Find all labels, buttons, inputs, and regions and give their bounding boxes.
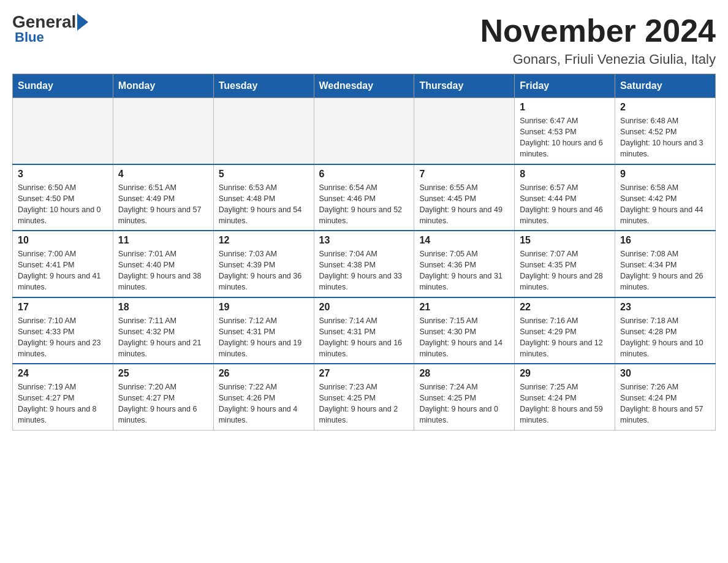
calendar-day-cell: 26Sunrise: 7:22 AMSunset: 4:26 PMDayligh…	[213, 364, 314, 430]
calendar-day-cell: 22Sunrise: 7:16 AMSunset: 4:29 PMDayligh…	[515, 297, 615, 364]
logo: General Blue	[12, 12, 88, 45]
day-number: 20	[319, 302, 409, 313]
calendar-day-cell: 18Sunrise: 7:11 AMSunset: 4:32 PMDayligh…	[113, 297, 213, 364]
day-info: Sunrise: 7:03 AMSunset: 4:39 PMDaylight:…	[219, 248, 309, 293]
weekday-header-wednesday: Wednesday	[314, 74, 414, 98]
day-info: Sunrise: 7:14 AMSunset: 4:31 PMDaylight:…	[319, 315, 409, 360]
day-number: 28	[419, 368, 509, 379]
calendar-table: SundayMondayTuesdayWednesdayThursdayFrid…	[12, 74, 716, 431]
day-number: 22	[520, 302, 610, 313]
calendar-day-cell: 5Sunrise: 6:53 AMSunset: 4:48 PMDaylight…	[213, 164, 314, 231]
calendar-week-row: 1Sunrise: 6:47 AMSunset: 4:53 PMDaylight…	[13, 98, 716, 164]
calendar-day-cell	[13, 98, 113, 164]
calendar-day-cell: 20Sunrise: 7:14 AMSunset: 4:31 PMDayligh…	[314, 297, 414, 364]
day-number: 19	[219, 302, 309, 313]
day-info: Sunrise: 7:16 AMSunset: 4:29 PMDaylight:…	[520, 315, 610, 360]
calendar-day-cell: 23Sunrise: 7:18 AMSunset: 4:28 PMDayligh…	[615, 297, 716, 364]
day-info: Sunrise: 7:05 AMSunset: 4:36 PMDaylight:…	[419, 248, 509, 293]
day-info: Sunrise: 6:57 AMSunset: 4:44 PMDaylight:…	[520, 182, 610, 227]
calendar-day-cell: 28Sunrise: 7:24 AMSunset: 4:25 PMDayligh…	[414, 364, 515, 430]
day-number: 18	[118, 302, 208, 313]
calendar-day-cell: 21Sunrise: 7:15 AMSunset: 4:30 PMDayligh…	[414, 297, 515, 364]
logo-blue-text: Blue	[15, 29, 44, 45]
day-number: 17	[18, 302, 108, 313]
calendar-day-cell: 1Sunrise: 6:47 AMSunset: 4:53 PMDaylight…	[515, 98, 615, 164]
day-number: 15	[520, 235, 610, 246]
weekday-header-monday: Monday	[113, 74, 213, 98]
day-info: Sunrise: 7:19 AMSunset: 4:27 PMDaylight:…	[18, 381, 108, 426]
calendar-day-cell: 14Sunrise: 7:05 AMSunset: 4:36 PMDayligh…	[414, 231, 515, 297]
day-info: Sunrise: 7:01 AMSunset: 4:40 PMDaylight:…	[118, 248, 208, 293]
logo-arrow-icon	[77, 13, 88, 31]
day-info: Sunrise: 7:08 AMSunset: 4:34 PMDaylight:…	[620, 248, 710, 293]
day-info: Sunrise: 6:53 AMSunset: 4:48 PMDaylight:…	[219, 182, 309, 227]
calendar-day-cell: 27Sunrise: 7:23 AMSunset: 4:25 PMDayligh…	[314, 364, 414, 430]
day-info: Sunrise: 7:26 AMSunset: 4:24 PMDaylight:…	[620, 381, 710, 426]
day-number: 8	[520, 169, 610, 180]
day-number: 30	[620, 368, 710, 379]
calendar-day-cell: 13Sunrise: 7:04 AMSunset: 4:38 PMDayligh…	[314, 231, 414, 297]
calendar-day-cell: 7Sunrise: 6:55 AMSunset: 4:45 PMDaylight…	[414, 164, 515, 231]
calendar-week-row: 17Sunrise: 7:10 AMSunset: 4:33 PMDayligh…	[13, 297, 716, 364]
day-info: Sunrise: 7:00 AMSunset: 4:41 PMDaylight:…	[18, 248, 108, 293]
day-info: Sunrise: 7:11 AMSunset: 4:32 PMDaylight:…	[118, 315, 208, 360]
day-number: 2	[620, 102, 710, 113]
calendar-week-row: 24Sunrise: 7:19 AMSunset: 4:27 PMDayligh…	[13, 364, 716, 430]
calendar-day-cell	[314, 98, 414, 164]
calendar-day-cell: 4Sunrise: 6:51 AMSunset: 4:49 PMDaylight…	[113, 164, 213, 231]
weekday-header-friday: Friday	[515, 74, 615, 98]
calendar-day-cell	[113, 98, 213, 164]
day-number: 12	[219, 235, 309, 246]
day-number: 7	[419, 169, 509, 180]
weekday-header-saturday: Saturday	[615, 74, 716, 98]
calendar-day-cell: 25Sunrise: 7:20 AMSunset: 4:27 PMDayligh…	[113, 364, 213, 430]
calendar-day-cell: 30Sunrise: 7:26 AMSunset: 4:24 PMDayligh…	[615, 364, 716, 430]
day-number: 27	[319, 368, 409, 379]
day-info: Sunrise: 7:25 AMSunset: 4:24 PMDaylight:…	[520, 381, 610, 426]
day-number: 29	[520, 368, 610, 379]
day-info: Sunrise: 6:48 AMSunset: 4:52 PMDaylight:…	[620, 115, 710, 160]
calendar-day-cell: 16Sunrise: 7:08 AMSunset: 4:34 PMDayligh…	[615, 231, 716, 297]
calendar-day-cell	[414, 98, 515, 164]
day-info: Sunrise: 7:15 AMSunset: 4:30 PMDaylight:…	[419, 315, 509, 360]
page-header: General Blue November 2024 Gonars, Friul…	[12, 12, 716, 67]
day-info: Sunrise: 7:18 AMSunset: 4:28 PMDaylight:…	[620, 315, 710, 360]
title-block: November 2024 Gonars, Friuli Venezia Giu…	[480, 12, 716, 67]
day-info: Sunrise: 7:20 AMSunset: 4:27 PMDaylight:…	[118, 381, 208, 426]
calendar-week-row: 10Sunrise: 7:00 AMSunset: 4:41 PMDayligh…	[13, 231, 716, 297]
day-info: Sunrise: 7:12 AMSunset: 4:31 PMDaylight:…	[219, 315, 309, 360]
day-number: 24	[18, 368, 108, 379]
day-info: Sunrise: 7:04 AMSunset: 4:38 PMDaylight:…	[319, 248, 409, 293]
day-info: Sunrise: 6:47 AMSunset: 4:53 PMDaylight:…	[520, 115, 610, 160]
day-number: 11	[118, 235, 208, 246]
day-number: 16	[620, 235, 710, 246]
calendar-day-cell: 11Sunrise: 7:01 AMSunset: 4:40 PMDayligh…	[113, 231, 213, 297]
calendar-day-cell: 24Sunrise: 7:19 AMSunset: 4:27 PMDayligh…	[13, 364, 113, 430]
day-number: 9	[620, 169, 710, 180]
day-info: Sunrise: 6:58 AMSunset: 4:42 PMDaylight:…	[620, 182, 710, 227]
calendar-day-cell: 3Sunrise: 6:50 AMSunset: 4:50 PMDaylight…	[13, 164, 113, 231]
day-number: 25	[118, 368, 208, 379]
day-info: Sunrise: 6:55 AMSunset: 4:45 PMDaylight:…	[419, 182, 509, 227]
day-number: 26	[219, 368, 309, 379]
day-number: 4	[118, 169, 208, 180]
weekday-header-thursday: Thursday	[414, 74, 515, 98]
calendar-day-cell: 12Sunrise: 7:03 AMSunset: 4:39 PMDayligh…	[213, 231, 314, 297]
calendar-day-cell: 19Sunrise: 7:12 AMSunset: 4:31 PMDayligh…	[213, 297, 314, 364]
page-subtitle: Gonars, Friuli Venezia Giulia, Italy	[480, 52, 716, 67]
day-info: Sunrise: 7:07 AMSunset: 4:35 PMDaylight:…	[520, 248, 610, 293]
day-number: 10	[18, 235, 108, 246]
calendar-day-cell: 17Sunrise: 7:10 AMSunset: 4:33 PMDayligh…	[13, 297, 113, 364]
day-info: Sunrise: 7:10 AMSunset: 4:33 PMDaylight:…	[18, 315, 108, 360]
calendar-day-cell: 10Sunrise: 7:00 AMSunset: 4:41 PMDayligh…	[13, 231, 113, 297]
day-info: Sunrise: 7:23 AMSunset: 4:25 PMDaylight:…	[319, 381, 409, 426]
calendar-day-cell: 8Sunrise: 6:57 AMSunset: 4:44 PMDaylight…	[515, 164, 615, 231]
calendar-day-cell: 9Sunrise: 6:58 AMSunset: 4:42 PMDaylight…	[615, 164, 716, 231]
calendar-day-cell	[213, 98, 314, 164]
day-number: 13	[319, 235, 409, 246]
day-info: Sunrise: 7:24 AMSunset: 4:25 PMDaylight:…	[419, 381, 509, 426]
day-number: 14	[419, 235, 509, 246]
day-info: Sunrise: 6:50 AMSunset: 4:50 PMDaylight:…	[18, 182, 108, 227]
day-number: 6	[319, 169, 409, 180]
day-number: 5	[219, 169, 309, 180]
